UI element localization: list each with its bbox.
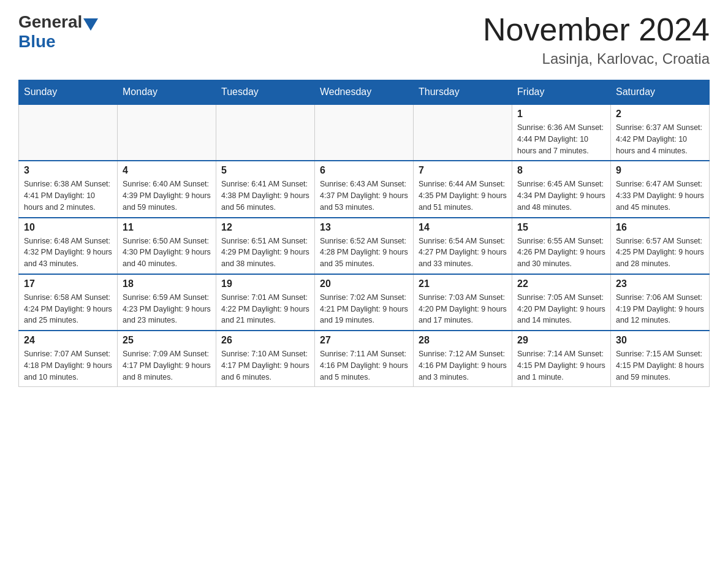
day-number: 22 xyxy=(517,278,605,289)
day-info: Sunrise: 6:37 AM Sunset: 4:42 PM Dayligh… xyxy=(616,122,704,156)
day-info: Sunrise: 7:14 AM Sunset: 4:15 PM Dayligh… xyxy=(517,348,605,383)
day-number: 26 xyxy=(221,335,309,346)
calendar-cell: 10Sunrise: 6:48 AM Sunset: 4:32 PM Dayli… xyxy=(19,218,118,274)
calendar-table: SundayMondayTuesdayWednesdayThursdayFrid… xyxy=(18,80,710,387)
calendar-week-row: 1Sunrise: 6:36 AM Sunset: 4:44 PM Daylig… xyxy=(19,104,710,161)
logo-blue-text: Blue xyxy=(18,32,56,52)
day-info: Sunrise: 7:01 AM Sunset: 4:22 PM Dayligh… xyxy=(221,292,309,326)
calendar-cell: 13Sunrise: 6:52 AM Sunset: 4:28 PM Dayli… xyxy=(315,218,414,274)
day-info: Sunrise: 6:47 AM Sunset: 4:33 PM Dayligh… xyxy=(616,178,704,213)
month-title: November 2024 xyxy=(483,12,710,47)
day-info: Sunrise: 6:59 AM Sunset: 4:23 PM Dayligh… xyxy=(123,292,211,326)
day-info: Sunrise: 7:02 AM Sunset: 4:21 PM Dayligh… xyxy=(320,292,408,326)
calendar-cell: 1Sunrise: 6:36 AM Sunset: 4:44 PM Daylig… xyxy=(512,104,611,161)
day-number: 25 xyxy=(123,335,211,346)
location-text: Lasinja, Karlovac, Croatia xyxy=(483,50,710,67)
calendar-cell xyxy=(216,104,315,161)
day-of-week-header: Wednesday xyxy=(315,80,414,105)
calendar-cell: 23Sunrise: 7:06 AM Sunset: 4:19 PM Dayli… xyxy=(611,274,710,331)
calendar-cell: 30Sunrise: 7:15 AM Sunset: 4:15 PM Dayli… xyxy=(611,331,710,387)
day-number: 19 xyxy=(221,278,309,289)
day-number: 4 xyxy=(123,165,211,176)
day-number: 17 xyxy=(24,278,112,289)
day-number: 14 xyxy=(419,222,507,233)
day-number: 1 xyxy=(517,109,605,120)
day-number: 20 xyxy=(320,278,408,289)
calendar-cell: 26Sunrise: 7:10 AM Sunset: 4:17 PM Dayli… xyxy=(216,331,315,387)
calendar-cell: 19Sunrise: 7:01 AM Sunset: 4:22 PM Dayli… xyxy=(216,274,315,331)
day-info: Sunrise: 6:50 AM Sunset: 4:30 PM Dayligh… xyxy=(123,236,211,270)
calendar-cell: 28Sunrise: 7:12 AM Sunset: 4:16 PM Dayli… xyxy=(414,331,512,387)
day-number: 30 xyxy=(616,335,704,346)
day-number: 28 xyxy=(419,335,507,346)
day-info: Sunrise: 6:54 AM Sunset: 4:27 PM Dayligh… xyxy=(419,236,507,270)
logo-triangle-icon xyxy=(83,18,98,31)
day-info: Sunrise: 7:06 AM Sunset: 4:19 PM Dayligh… xyxy=(616,292,704,326)
day-number: 2 xyxy=(616,109,704,120)
calendar-week-row: 10Sunrise: 6:48 AM Sunset: 4:32 PM Dayli… xyxy=(19,218,710,274)
calendar-cell: 16Sunrise: 6:57 AM Sunset: 4:25 PM Dayli… xyxy=(611,218,710,274)
day-info: Sunrise: 6:48 AM Sunset: 4:32 PM Dayligh… xyxy=(24,236,112,270)
day-info: Sunrise: 7:05 AM Sunset: 4:20 PM Dayligh… xyxy=(517,292,605,326)
calendar-cell: 27Sunrise: 7:11 AM Sunset: 4:16 PM Dayli… xyxy=(315,331,414,387)
calendar-cell: 6Sunrise: 6:43 AM Sunset: 4:37 PM Daylig… xyxy=(315,161,414,217)
calendar-week-row: 3Sunrise: 6:38 AM Sunset: 4:41 PM Daylig… xyxy=(19,161,710,217)
day-of-week-header: Friday xyxy=(512,80,611,105)
day-number: 12 xyxy=(221,222,309,233)
logo: General Blue xyxy=(18,12,99,52)
day-number: 15 xyxy=(517,222,605,233)
day-info: Sunrise: 6:52 AM Sunset: 4:28 PM Dayligh… xyxy=(320,236,408,270)
calendar-cell: 2Sunrise: 6:37 AM Sunset: 4:42 PM Daylig… xyxy=(611,104,710,161)
calendar-cell xyxy=(315,104,414,161)
day-info: Sunrise: 6:41 AM Sunset: 4:38 PM Dayligh… xyxy=(221,178,309,213)
calendar-cell: 17Sunrise: 6:58 AM Sunset: 4:24 PM Dayli… xyxy=(19,274,118,331)
calendar-cell: 9Sunrise: 6:47 AM Sunset: 4:33 PM Daylig… xyxy=(611,161,710,217)
calendar-cell xyxy=(414,104,512,161)
calendar-cell: 11Sunrise: 6:50 AM Sunset: 4:30 PM Dayli… xyxy=(118,218,216,274)
calendar-cell: 21Sunrise: 7:03 AM Sunset: 4:20 PM Dayli… xyxy=(414,274,512,331)
logo-general-text: General xyxy=(18,12,82,32)
day-info: Sunrise: 6:57 AM Sunset: 4:25 PM Dayligh… xyxy=(616,236,704,270)
day-of-week-header: Tuesday xyxy=(216,80,315,105)
day-info: Sunrise: 7:15 AM Sunset: 4:15 PM Dayligh… xyxy=(616,348,704,383)
day-number: 27 xyxy=(320,335,408,346)
calendar-cell: 14Sunrise: 6:54 AM Sunset: 4:27 PM Dayli… xyxy=(414,218,512,274)
day-info: Sunrise: 7:12 AM Sunset: 4:16 PM Dayligh… xyxy=(419,348,507,383)
day-number: 5 xyxy=(221,165,309,176)
day-info: Sunrise: 6:44 AM Sunset: 4:35 PM Dayligh… xyxy=(419,178,507,213)
day-number: 29 xyxy=(517,335,605,346)
calendar-cell: 25Sunrise: 7:09 AM Sunset: 4:17 PM Dayli… xyxy=(118,331,216,387)
day-info: Sunrise: 6:40 AM Sunset: 4:39 PM Dayligh… xyxy=(123,178,211,213)
day-number: 23 xyxy=(616,278,704,289)
calendar-cell: 20Sunrise: 7:02 AM Sunset: 4:21 PM Dayli… xyxy=(315,274,414,331)
calendar-cell xyxy=(19,104,118,161)
day-number: 18 xyxy=(123,278,211,289)
day-info: Sunrise: 6:55 AM Sunset: 4:26 PM Dayligh… xyxy=(517,236,605,270)
calendar-cell: 24Sunrise: 7:07 AM Sunset: 4:18 PM Dayli… xyxy=(19,331,118,387)
day-of-week-header: Saturday xyxy=(611,80,710,105)
day-info: Sunrise: 6:51 AM Sunset: 4:29 PM Dayligh… xyxy=(221,236,309,270)
day-number: 24 xyxy=(24,335,112,346)
day-info: Sunrise: 6:45 AM Sunset: 4:34 PM Dayligh… xyxy=(517,178,605,213)
day-info: Sunrise: 6:38 AM Sunset: 4:41 PM Dayligh… xyxy=(24,178,112,213)
calendar-cell: 29Sunrise: 7:14 AM Sunset: 4:15 PM Dayli… xyxy=(512,331,611,387)
day-info: Sunrise: 7:10 AM Sunset: 4:17 PM Dayligh… xyxy=(221,348,309,383)
calendar-cell: 15Sunrise: 6:55 AM Sunset: 4:26 PM Dayli… xyxy=(512,218,611,274)
calendar-cell: 3Sunrise: 6:38 AM Sunset: 4:41 PM Daylig… xyxy=(19,161,118,217)
day-number: 10 xyxy=(24,222,112,233)
day-info: Sunrise: 7:07 AM Sunset: 4:18 PM Dayligh… xyxy=(24,348,112,383)
day-number: 6 xyxy=(320,165,408,176)
calendar-header-row: SundayMondayTuesdayWednesdayThursdayFrid… xyxy=(19,80,710,105)
day-number: 9 xyxy=(616,165,704,176)
day-info: Sunrise: 7:03 AM Sunset: 4:20 PM Dayligh… xyxy=(419,292,507,326)
day-info: Sunrise: 7:11 AM Sunset: 4:16 PM Dayligh… xyxy=(320,348,408,383)
day-number: 21 xyxy=(419,278,507,289)
calendar-cell: 18Sunrise: 6:59 AM Sunset: 4:23 PM Dayli… xyxy=(118,274,216,331)
day-number: 3 xyxy=(24,165,112,176)
page-header: General Blue November 2024 Lasinja, Karl… xyxy=(18,12,710,67)
day-number: 7 xyxy=(419,165,507,176)
day-info: Sunrise: 6:36 AM Sunset: 4:44 PM Dayligh… xyxy=(517,122,605,156)
title-section: November 2024 Lasinja, Karlovac, Croatia xyxy=(483,12,710,67)
calendar-cell: 8Sunrise: 6:45 AM Sunset: 4:34 PM Daylig… xyxy=(512,161,611,217)
day-info: Sunrise: 7:09 AM Sunset: 4:17 PM Dayligh… xyxy=(123,348,211,383)
